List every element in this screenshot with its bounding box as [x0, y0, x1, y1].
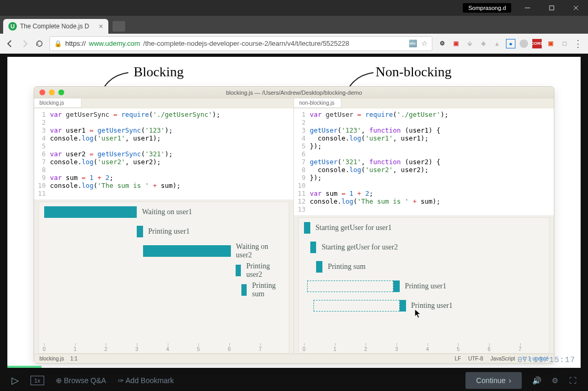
player-controls: ▷ 1x ⊕ Browse Q&A ✑ Add Bookmark Continu…: [0, 370, 588, 391]
profile-avatar[interactable]: [520, 39, 528, 48]
browse-qa-button[interactable]: ⊕ Browse Q&A: [56, 376, 106, 385]
status-lang: JavaScript: [491, 356, 515, 362]
heading-blocking: Blocking: [134, 64, 184, 80]
extension-icons: ⚙ ▣ ⬙ ◈ ▲ ● CORS ▣ ◻ ⋮: [438, 38, 583, 49]
extension-cube-icon[interactable]: ◈: [479, 39, 488, 48]
editor-title: blocking.js — /Users/Andrew/Desktop/bloc…: [34, 89, 554, 96]
dropbox-icon[interactable]: ⬙: [465, 39, 474, 48]
timeline-row: Printing sum: [304, 261, 366, 273]
continue-button[interactable]: Continue ›: [465, 372, 522, 389]
file-tab-nonblocking[interactable]: non-blocking.js: [294, 98, 341, 108]
star-icon[interactable]: ☆: [421, 39, 428, 47]
cors-extension-icon[interactable]: CORS: [532, 39, 542, 48]
speed-button[interactable]: 1x: [31, 376, 44, 385]
timeline-row: Printing user1: [304, 300, 453, 312]
udemy-favicon: U: [8, 22, 17, 31]
new-tab-button[interactable]: [113, 21, 125, 32]
editor-statusbar: blocking.js 1:1 LF UTF-8 JavaScript ↻ 1 …: [34, 354, 554, 363]
window-titlebar: Somprasong.d: [0, 0, 588, 16]
add-bookmark-button[interactable]: ✑ Add Bookmark: [118, 376, 174, 385]
extension-blue-icon[interactable]: ●: [506, 39, 515, 48]
timeline-row: Waiting on user1: [44, 206, 192, 218]
drive-icon[interactable]: ▲: [492, 39, 502, 48]
play-button[interactable]: ▷: [12, 375, 19, 386]
status-enc: UTF-8: [468, 356, 483, 362]
address-bar[interactable]: 🔒 https://www.udemy.com/the-complete-nod…: [49, 36, 432, 51]
browser-tab[interactable]: U The Complete Node.js D ×: [3, 19, 108, 34]
url-domain: www.udemy.com: [89, 39, 140, 47]
pane-nonblocking: non-blocking.js 1var getUser = require('…: [294, 98, 554, 354]
video-time: 07:11/15:17: [518, 356, 575, 365]
status-eol: LF: [455, 356, 461, 362]
page-content: Go to Dashboard Blocking Non-blocking bl…: [0, 54, 588, 391]
heading-nonblocking: Non-blocking: [376, 64, 451, 80]
settings-button[interactable]: ⚙: [552, 376, 559, 385]
tab-close-button[interactable]: ×: [99, 22, 103, 31]
editor-titlebar: blocking.js — /Users/Andrew/Desktop/bloc…: [34, 87, 554, 98]
timeline-nonblocking: Starting getUser for user1Starting getUs…: [298, 217, 550, 354]
fullscreen-button[interactable]: ⛶: [569, 376, 576, 385]
back-button[interactable]: [5, 39, 15, 48]
editor-window: blocking.js — /Users/Andrew/Desktop/bloc…: [34, 86, 554, 364]
forward-button[interactable]: [20, 39, 29, 48]
timeline-row: Printing sum: [44, 284, 283, 296]
extension-icon[interactable]: ▣: [451, 39, 461, 48]
reload-button[interactable]: [35, 39, 44, 48]
code-blocking[interactable]: 1var getUserSync = require('./getUserSyn…: [34, 108, 293, 199]
url-path: /the-complete-nodejs-developer-course-2/…: [143, 39, 349, 47]
window-minimize-button[interactable]: [515, 0, 540, 16]
window-close-button[interactable]: [564, 0, 588, 16]
extension-gray-icon[interactable]: ◻: [560, 39, 569, 48]
chrome-menu-button[interactable]: ⋮: [573, 38, 583, 49]
tab-title: The Complete Node.js D: [20, 23, 89, 30]
timeline-row: Printing user2: [44, 265, 283, 276]
lock-icon: 🔒: [54, 40, 62, 47]
status-pos: 1:1: [70, 356, 78, 362]
video-slide: Blocking Non-blocking blocking.js — /Use…: [7, 57, 581, 368]
timeline-row: Waiting on user2: [44, 245, 283, 257]
pane-blocking: blocking.js 1var getUserSync = require('…: [34, 98, 294, 354]
translate-icon[interactable]: 🔤: [409, 39, 417, 47]
timeline-row: Starting getUser for user1: [304, 222, 392, 234]
browser-toolbar: 🔒 https://www.udemy.com/the-complete-nod…: [0, 34, 588, 54]
svg-rect-0: [550, 6, 554, 10]
file-tab-blocking[interactable]: blocking.js: [34, 98, 82, 108]
window-user-badge: Somprasong.d: [463, 3, 511, 13]
status-file: blocking.js: [39, 356, 64, 362]
timeline-row: Printing user1: [44, 226, 190, 237]
office-icon[interactable]: ▣: [546, 39, 555, 48]
browser-tabstrip: U The Complete Node.js D ×: [0, 16, 588, 34]
code-nonblocking[interactable]: 1var getUser = require('./getUser');23ge…: [294, 108, 554, 215]
volume-button[interactable]: 🔊: [532, 376, 541, 385]
video-progress[interactable]: [7, 366, 581, 368]
timeline-blocking: Waiting on user1Printing user1Waiting on…: [38, 202, 289, 354]
timeline-row: Starting getUser for user2: [304, 242, 398, 253]
settings-gear-icon[interactable]: ⚙: [438, 39, 447, 48]
url-protocol: https://: [65, 39, 86, 47]
window-maximize-button[interactable]: [540, 0, 564, 16]
timeline-row: Printing user1: [304, 280, 447, 292]
